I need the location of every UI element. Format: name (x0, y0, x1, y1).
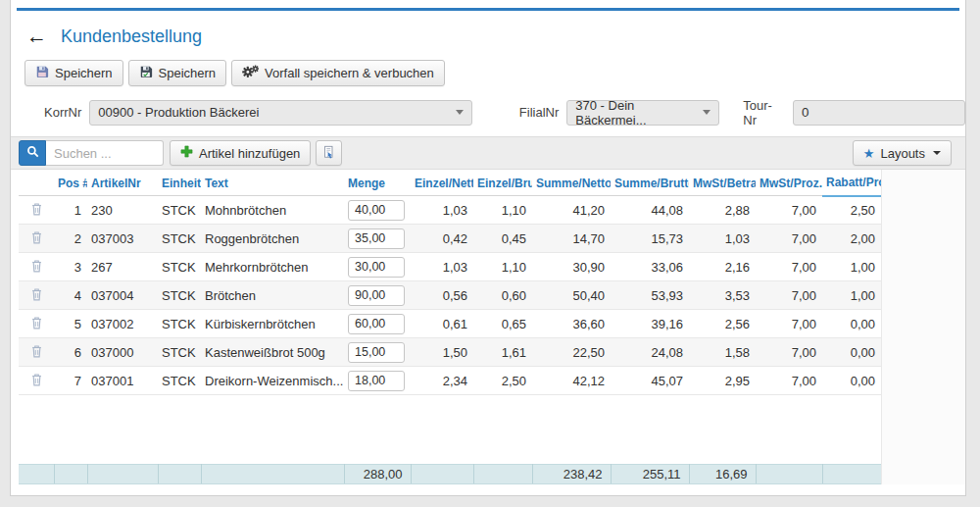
menge-input[interactable] (348, 371, 405, 391)
rabatt-proz-cell: 1,00 (822, 281, 881, 310)
pos-cell: 6 (54, 338, 87, 367)
pos-cell: 7 (54, 367, 87, 395)
mwst-betrag-cell: 1,58 (689, 338, 756, 367)
add-article-button[interactable]: Artikel hinzufügen (170, 140, 311, 166)
mwst-proz-cell: 7,00 (756, 281, 822, 310)
gears-icon (242, 65, 259, 81)
delete-row-icon[interactable] (30, 373, 43, 386)
toolbar: Speichern Speichern Vorfall speichern & … (24, 60, 965, 86)
delete-row-icon[interactable] (30, 344, 43, 358)
menge-input[interactable] (348, 285, 405, 306)
delete-row-icon[interactable] (30, 230, 43, 244)
pos-cell: 5 (54, 310, 87, 338)
star-icon: ★ (863, 147, 875, 160)
text-cell: Roggenbrötchen (201, 225, 344, 253)
einheit-cell: STCK (158, 367, 201, 395)
text-cell: Kürbiskernbrötchen (201, 310, 344, 338)
search-input[interactable] (46, 140, 164, 166)
table-row: 3 267 STCK Mehrkornbrötchen 1,03 1,10 30… (19, 253, 881, 281)
col-header-einheit[interactable]: Einheit (158, 170, 201, 196)
save-check-button[interactable]: Speichern (128, 60, 227, 86)
totals-einzel-brutto-cell (473, 465, 532, 484)
import-article-button[interactable] (316, 140, 342, 166)
text-cell: Brötchen (201, 281, 344, 310)
rabatt-proz-cell: 0,00 (822, 367, 881, 395)
menge-input[interactable] (348, 200, 405, 221)
layouts-button[interactable]: ★ Layouts (853, 140, 952, 166)
order-grid: Pos # ArtikelNr Einheit Text Menge Einze… (11, 170, 881, 484)
summe-netto-cell: 22,50 (532, 338, 611, 367)
artikelnr-cell: 037003 (87, 225, 158, 253)
col-header-pos[interactable]: Pos # (54, 170, 87, 196)
col-header-summe-netto[interactable]: Summe/Netto (532, 170, 611, 196)
einzel-netto-cell: 1,50 (411, 338, 473, 367)
col-header-menge[interactable]: Menge (344, 170, 411, 196)
mwst-proz-cell: 7,00 (756, 196, 822, 225)
summe-netto-cell: 41,20 (532, 196, 611, 225)
chevron-down-icon (933, 151, 941, 155)
delete-cell (19, 253, 54, 281)
scrollbar-gutter[interactable] (881, 170, 965, 484)
menge-input[interactable] (348, 314, 405, 334)
delete-row-icon[interactable] (30, 202, 43, 216)
pos-cell: 2 (54, 225, 87, 253)
totals-einheit-cell (158, 465, 201, 484)
korrnr-select[interactable]: 00900 - Produktion Bäckerei (89, 100, 472, 126)
rabatt-proz-cell: 0,00 (822, 310, 881, 338)
col-header-text[interactable]: Text (201, 170, 344, 196)
mwst-proz-cell: 7,00 (756, 310, 822, 338)
rabatt-proz-cell: 0,00 (822, 338, 881, 367)
save-check-icon (139, 65, 153, 81)
col-header-artikelnr[interactable]: ArtikelNr (87, 170, 158, 196)
rabatt-proz-cell: 2,50 (822, 196, 881, 225)
delete-cell (19, 281, 54, 310)
pos-cell: 4 (54, 281, 87, 310)
search-button[interactable] (19, 140, 46, 166)
col-header-summe-brutto[interactable]: Summe/Brutto (611, 170, 689, 196)
back-arrow-icon[interactable]: ← (26, 26, 47, 46)
table-row: 2 037003 STCK Roggenbrötchen 0,42 0,45 1… (19, 225, 881, 253)
delete-row-icon[interactable] (30, 259, 43, 273)
menge-cell (344, 367, 411, 395)
save-button[interactable]: Speichern (24, 60, 123, 86)
delete-cell (19, 196, 54, 225)
table-action-bar: Artikel hinzufügen ★ Layouts (11, 136, 965, 170)
einheit-cell: STCK (158, 281, 201, 310)
mwst-betrag-cell: 2,95 (689, 367, 756, 395)
mwst-betrag-cell: 2,56 (689, 310, 756, 338)
tournr-input[interactable] (793, 100, 965, 126)
einzel-netto-cell: 1,03 (411, 196, 473, 225)
einzel-brutto-cell: 1,10 (473, 253, 532, 281)
post-order-button[interactable]: Vorfall speichern & verbuchen (231, 60, 445, 86)
filialnr-label: FilialNr (519, 105, 559, 120)
accent-rule (17, 8, 959, 11)
delete-row-icon[interactable] (30, 287, 43, 301)
col-header-einzel-brutto[interactable]: Einzel/Brutto (473, 170, 532, 196)
table-row: 7 037001 STCK Dreikorn-Weizenmisch... 2,… (19, 367, 881, 395)
filialnr-select[interactable]: 370 - Dein Bäckermei... (566, 100, 719, 126)
totals-text-cell (201, 465, 344, 484)
mwst-proz-cell: 7,00 (756, 338, 822, 367)
menge-cell (344, 338, 411, 367)
totals-mwst-proz-cell (756, 465, 822, 484)
col-header-rabatt-proz[interactable]: Rabatt/Pro.. (822, 170, 881, 196)
table-row: 6 037000 STCK Kastenweißbrot 500g 1,50 1… (19, 338, 881, 367)
save-button-label: Speichern (55, 66, 113, 80)
totals-summe-netto: 238,42 (532, 465, 611, 484)
col-header-rabatt-proz-label: Rabatt/Pro.. (826, 176, 881, 189)
text-cell: Mohnbrötchen (201, 196, 344, 225)
einzel-netto-cell: 2,34 (411, 367, 473, 395)
menge-cell (344, 281, 411, 310)
menge-input[interactable] (348, 257, 405, 278)
col-header-mwst-proz[interactable]: MwSt/Proz... (756, 170, 822, 196)
col-header-einzel-netto[interactable]: Einzel/Netto (411, 170, 473, 196)
einheit-cell: STCK (158, 338, 201, 367)
menge-input[interactable] (348, 342, 405, 363)
table-empty-space (19, 395, 881, 464)
save-icon (35, 65, 49, 81)
mwst-betrag-cell: 2,16 (689, 253, 756, 281)
col-header-mwst-betrag[interactable]: MwSt/Betrag (689, 170, 756, 196)
delete-row-icon[interactable] (30, 316, 43, 330)
menge-input[interactable] (348, 228, 405, 249)
delete-cell (19, 225, 54, 253)
